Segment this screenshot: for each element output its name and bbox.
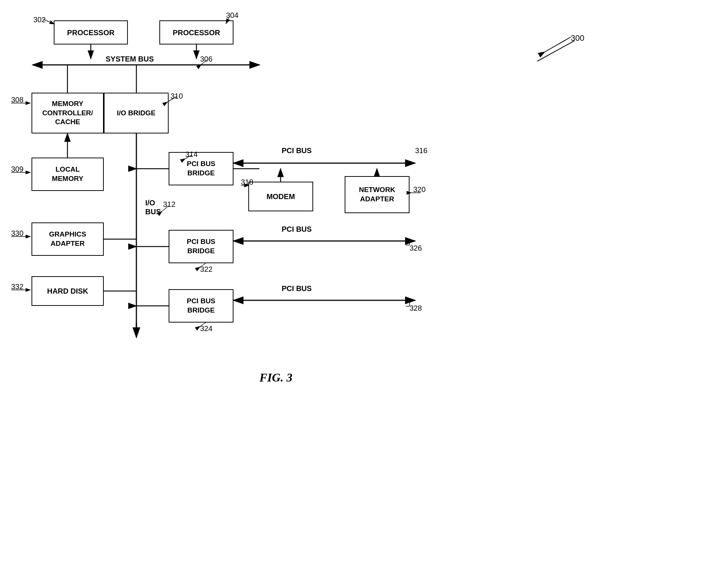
pci-bus-bridge2-box: PCI BUSBRIDGE [169,230,233,263]
processor1-label: PROCESSOR [67,28,115,37]
svg-line-52 [200,263,206,267]
local-memory-label: LOCALMEMORY [52,165,83,183]
svg-line-38 [162,206,169,211]
pci-bus-bridge3-label: PCI BUSBRIDGE [187,297,215,315]
memory-controller-label: MEMORYCONTROLLER/CACHE [42,99,93,127]
hard-disk-box: HARD DISK [32,276,104,306]
pci-bus3-label: PCI BUS [282,284,312,293]
modem-label: MODEM [266,192,295,201]
ref-328-line [410,300,417,307]
ref-324-arrow [200,323,208,328]
memory-controller-box: MEMORYCONTROLLER/CACHE [32,93,104,133]
ref-306-arrow [201,60,209,67]
ref-314-arrow [185,155,193,161]
ref-318-arrow [241,184,250,190]
processor1-box: PROCESSOR [54,20,128,44]
diagram-svg [0,0,706,588]
svg-line-26 [43,19,54,24]
ref-304-arrow [226,16,239,25]
ref-326-line [410,238,417,246]
graphics-adapter-box: GRAPHICSADAPTER [32,222,104,256]
ref-320-arrow [411,191,422,196]
pci-bus2-label: PCI BUS [282,225,312,234]
io-bridge-box: I/O BRIDGE [104,93,169,133]
pci-bus-bridge2-label: PCI BUSBRIDGE [187,237,215,255]
ref-312-arrow [162,206,169,213]
diagram-container: PROCESSOR PROCESSOR MEMORYCONTROLLER/CAC… [0,0,706,588]
pci-bus1-label: PCI BUS [282,146,312,155]
ref-332-arrow [11,288,33,293]
network-adapter-label: NETWORKADAPTER [359,185,395,204]
svg-line-34 [168,96,177,102]
svg-line-56 [200,323,206,326]
hard-disk-label: HARD DISK [47,286,88,296]
ref-316: 316 [415,146,427,155]
svg-line-30 [201,60,207,65]
io-bridge-label: I/O BRIDGE [117,109,156,118]
ref-310-arrow [168,96,179,104]
io-bus-label: I/OBUS [145,198,161,216]
ref-322-arrow [200,263,208,269]
processor2-label: PROCESSOR [173,28,220,37]
pci-bus-bridge3-box: PCI BUSBRIDGE [169,289,233,323]
ref-302-arrow [43,19,56,27]
svg-line-40 [185,155,192,159]
graphics-adapter-label: GRAPHICSADAPTER [49,230,86,248]
figure-label: FIG. 3 [259,371,292,384]
ref-308-arrow [11,101,33,107]
pci-bus-bridge1-box: PCI BUSBRIDGE [169,152,233,185]
system-bus-label: SYSTEM BUS [106,55,154,63]
ref-300-arrow [541,37,574,56]
network-adapter-box: NETWORKADAPTER [345,176,410,213]
processor2-box: PROCESSOR [159,20,233,44]
pci-bus-bridge1-label: PCI BUSBRIDGE [187,159,215,178]
svg-line-28 [226,16,230,24]
ref-330-arrow [11,235,33,239]
svg-line-58 [545,37,571,52]
modem-box: MODEM [248,182,313,211]
ref-309-arrow [11,171,33,175]
local-memory-box: LOCALMEMORY [32,158,104,191]
